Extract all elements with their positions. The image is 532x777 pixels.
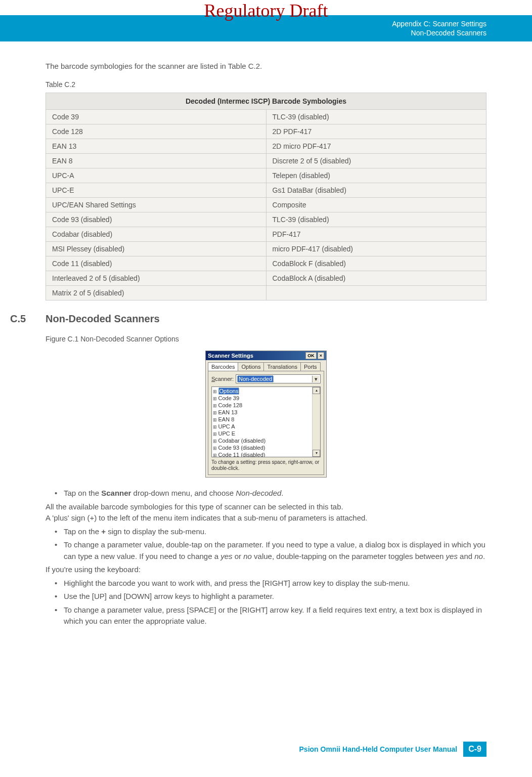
body-paragraph: If you're using the keyboard: [46, 564, 486, 576]
bullet-item: To change a parameter value, double-tap … [55, 539, 486, 562]
page-footer: Psion Omnii Hand-Held Computer User Manu… [299, 742, 486, 757]
tab-translations[interactable]: Translations [263, 362, 301, 371]
tree-item[interactable]: EAN 13 [213, 409, 319, 416]
tree-item[interactable]: Code 93 (disabled) [213, 445, 319, 452]
body-paragraph: A 'plus' sign (+) to the left of the men… [46, 512, 486, 524]
table-row: UPC-ATelepen (disabled) [46, 168, 486, 183]
dialog-hint: To change a setting: press space, right-… [211, 459, 321, 471]
footer-text: Psion Omnii Hand-Held Computer User Manu… [299, 745, 458, 753]
scroll-down-icon[interactable]: ▾ [313, 450, 320, 457]
intro-paragraph: The barcode symbologies for the scanner … [46, 62, 486, 70]
close-button[interactable]: × [318, 352, 324, 359]
tree-item[interactable]: Code 11 (disabled) [213, 452, 319, 457]
table-row: Code 1282D PDF-417 [46, 124, 486, 139]
table-row: Interleaved 2 of 5 (disabled)CodaBlock A… [46, 271, 486, 286]
table-row: Code 93 (disabled)TLC-39 (disabled) [46, 212, 486, 227]
section-title: Non-Decoded Scanners [46, 313, 160, 325]
page-number-badge: C-9 [463, 742, 486, 757]
tree-item[interactable]: UPC E [213, 430, 319, 438]
chevron-down-icon[interactable]: ▾ [312, 376, 319, 382]
dialog-title-text: Scanner Settings [208, 353, 304, 359]
tree-item[interactable]: EAN 8 [213, 416, 319, 423]
scroll-up-icon[interactable]: ▴ [313, 387, 320, 394]
table-row: Code 11 (disabled)CodaBlock F (disabled) [46, 256, 486, 271]
table-row: Matrix 2 of 5 (disabled) [46, 286, 486, 300]
bullet-item: Use the [UP] and [DOWN] arrow keys to hi… [55, 591, 486, 602]
figure-label: Figure C.1 Non-Decoded Scanner Options [46, 335, 486, 343]
scrollbar[interactable]: ▴ ▾ [312, 387, 320, 457]
table-row: Codabar (disabled)PDF-417 [46, 227, 486, 242]
table-row: Code 39TLC-39 (disabled) [46, 110, 486, 124]
table-row: UPC/EAN Shared SettingsComposite [46, 198, 486, 212]
table-header: Decoded (Intermec ISCP) Barcode Symbolog… [46, 93, 486, 110]
table-label: Table C.2 [46, 80, 486, 89]
table-row: EAN 132D micro PDF-417 [46, 139, 486, 154]
bullet-item: To change a parameter value, press [SPAC… [55, 605, 486, 627]
tree-item[interactable]: UPC A [213, 423, 319, 430]
table-row: UPC-EGs1 DataBar (disabled) [46, 183, 486, 198]
symbologies-table: Decoded (Intermec ISCP) Barcode Symbolog… [46, 93, 486, 300]
tab-options[interactable]: Options [238, 362, 264, 371]
bullet-item: Tap on the + sign to display the sub-men… [55, 526, 486, 538]
header-line2: Non-Decoded Scanners [392, 28, 486, 37]
scanner-value: Non-decoded [237, 375, 274, 382]
tree-item[interactable]: Codabar (disabled) [213, 438, 319, 445]
dialog-titlebar[interactable]: Scanner Settings OK × [206, 351, 326, 360]
watermark-text: Regulatory Draft [0, 0, 532, 21]
table-row: MSI Plessey (disabled)micro PDF-417 (dis… [46, 242, 486, 256]
tab-ports[interactable]: Ports [300, 362, 321, 371]
scanner-settings-dialog: Scanner Settings OK × Barcodes Options T… [205, 351, 327, 478]
tab-strip: Barcodes Options Translations Ports [206, 360, 326, 371]
scanner-dropdown[interactable]: Non-decoded ▾ [236, 374, 321, 383]
bullet-item: Tap on the Scanner drop-down menu, and c… [55, 488, 486, 499]
tree-item[interactable]: Code 39 [213, 395, 319, 402]
bullet-item: Highlight the barcode you want to work w… [55, 578, 486, 589]
table-row: EAN 8Discrete 2 of 5 (disabled) [46, 154, 486, 168]
section-number: C.5 [10, 313, 46, 325]
scanner-label: Scanner: [211, 376, 234, 382]
body-paragraph: All the available barcode symbologies fo… [46, 501, 486, 513]
header-text: Appendix C: Scanner Settings Non-Decoded… [392, 19, 486, 37]
tree-item[interactable]: Code 128 [213, 402, 319, 409]
tab-barcodes[interactable]: Barcodes [208, 362, 238, 371]
ok-button[interactable]: OK [305, 352, 317, 359]
options-tree[interactable]: Options Code 39 Code 128 EAN 13 EAN 8 UP… [211, 386, 321, 457]
tree-item[interactable]: Options [213, 388, 319, 395]
